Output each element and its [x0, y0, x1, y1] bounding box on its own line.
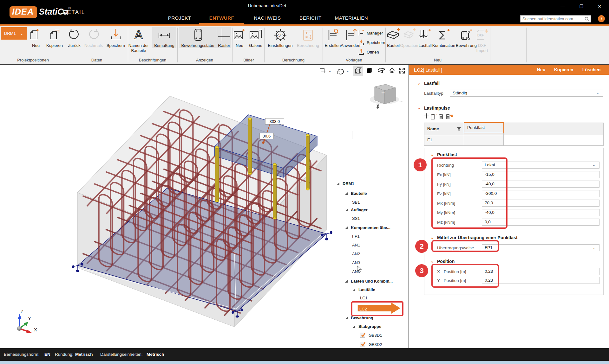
- ribbon-item-bewehrungsstaebe[interactable]: Bewehrungsstäbe: [179, 27, 217, 48]
- tab-entwurf[interactable]: ENTWURF: [209, 15, 234, 21]
- section-collapse-icon[interactable]: ⌄: [430, 259, 434, 264]
- tree-item-stabgruppe[interactable]: Stabgruppe: [353, 323, 381, 330]
- tab-projekt[interactable]: PROJEKT: [168, 15, 191, 21]
- expand-triangle-icon[interactable]: [345, 280, 348, 283]
- tree-item-an2[interactable]: AN2: [352, 251, 360, 257]
- ribbon-item-berechnung[interactable]: Berechnung: [296, 27, 320, 48]
- close-button[interactable]: ✕: [595, 3, 604, 10]
- ribbon-item-speichern[interactable]: Speichern: [105, 27, 127, 48]
- tree-item-lastfaelle[interactable]: Lastfälle: [353, 287, 375, 293]
- expand-triangle-icon[interactable]: [345, 192, 348, 195]
- lastfalltyp-select[interactable]: Ständig⌄: [450, 90, 603, 97]
- section-collapse-icon[interactable]: ⌄: [417, 105, 421, 110]
- group-label-berechnung: Berechnung: [282, 58, 304, 62]
- tree-item-gb3d1[interactable]: GB3D1: [360, 332, 382, 339]
- tree-item-bauteile[interactable]: Bauteile: [345, 190, 367, 197]
- minimize-button[interactable]: —: [558, 3, 567, 10]
- tab-materialien[interactable]: MATERIALIEN: [335, 15, 368, 21]
- clip-view-icon[interactable]: [318, 67, 327, 75]
- ribbon-item-bemassung[interactable]: Bemaßung: [152, 27, 176, 48]
- tree-item-drm1[interactable]: DRM1: [337, 181, 354, 187]
- ribbon-item-manager[interactable]: Manager: [358, 29, 383, 37]
- maximize-button[interactable]: ❐: [577, 3, 586, 10]
- expand-triangle-icon[interactable]: [345, 209, 348, 211]
- rotate-dropdown-chevron[interactable]: ⌄: [345, 68, 350, 73]
- section-collapse-icon[interactable]: ⌄: [430, 235, 434, 240]
- fullscreen-icon[interactable]: [397, 67, 406, 75]
- ribbon-item-neu[interactable]: Neu: [28, 27, 44, 48]
- search-input[interactable]: [522, 16, 583, 22]
- expand-triangle-icon[interactable]: [353, 289, 355, 291]
- ribbon-item-oeffnen[interactable]: Öffnen: [358, 48, 379, 56]
- xpos-input[interactable]: 0,23: [482, 268, 599, 275]
- navigation-cube[interactable]: +Y: [365, 74, 406, 109]
- norm-value: EN: [44, 352, 50, 357]
- tree-item-fp1[interactable]: FP1: [352, 233, 360, 239]
- ribbon-item-kombination[interactable]: Kombination: [431, 27, 457, 48]
- tree-item-sb1[interactable]: SB1: [352, 199, 360, 206]
- ribbon-item-nochmals[interactable]: Nochmals: [82, 27, 105, 48]
- tree-item-gb3d2[interactable]: GB3D2: [360, 342, 382, 348]
- table-data-row[interactable]: F1 Punktlast: [424, 135, 604, 146]
- tree-item-auflager[interactable]: Auflager: [345, 207, 368, 213]
- solid-view-icon[interactable]: [365, 67, 374, 75]
- section-collapse-icon[interactable]: ⌄: [417, 81, 421, 86]
- panel-header: LC2 [ Lastfall ] Neu Kopieren Löschen: [409, 65, 609, 75]
- ribbon-item-raster[interactable]: Raster: [217, 27, 231, 48]
- clip-dropdown-chevron[interactable]: ⌄: [328, 68, 332, 73]
- tree-item-lasten[interactable]: Lasten und Kombin...: [345, 278, 393, 284]
- selected-cell-punktlast[interactable]: Punktlast: [464, 122, 504, 133]
- axis-y-label: Y: [28, 316, 31, 321]
- expand-triangle-icon[interactable]: [353, 325, 355, 328]
- ribbon-item-bild-neu[interactable]: Neu: [233, 27, 246, 48]
- expand-triangle-icon[interactable]: [345, 227, 348, 229]
- ribbon-item-namen-der-bauteile[interactable]: A Namen derBauteile: [128, 27, 149, 53]
- tab-bericht[interactable]: BERICHT: [299, 15, 321, 21]
- checkbox-checked-icon[interactable]: [360, 333, 365, 338]
- ypos-input[interactable]: 0,23: [482, 277, 599, 284]
- norm-label: Bemessungsnorm:: [4, 352, 40, 357]
- grid-axes-icon: [217, 27, 231, 43]
- expand-triangle-icon[interactable]: [337, 182, 339, 185]
- tree-item-ss1[interactable]: SS1: [352, 215, 360, 222]
- tree-item-an1[interactable]: AN1: [352, 242, 360, 248]
- new-document-icon: [28, 27, 44, 43]
- ribbon-item-zurueck[interactable]: Zurück: [66, 27, 83, 48]
- tree-item-komponenten[interactable]: Komponenten übe...: [345, 225, 390, 231]
- group-separator: [526, 28, 527, 62]
- group-separator: [264, 28, 265, 62]
- expand-triangle-icon[interactable]: [345, 317, 348, 319]
- ribbon-item-galerie[interactable]: Galerie: [247, 27, 264, 48]
- tree-item-an3[interactable]: AN3: [352, 260, 360, 266]
- filter-icon[interactable]: [457, 127, 461, 131]
- ribbon-item-vorlage-speichern[interactable]: Speichern: [358, 38, 385, 47]
- panel-copy-button[interactable]: Kopieren: [554, 67, 573, 72]
- properties-panel: LC2 [ Lastfall ] Neu Kopieren Löschen ⌄ …: [409, 65, 609, 348]
- group-separator: [323, 28, 323, 62]
- settings-gear-icon: </>: [267, 27, 294, 43]
- ribbon-item-erstellen[interactable]: Erstellen: [323, 27, 342, 48]
- panel-new-button[interactable]: Neu: [537, 67, 545, 72]
- group-label-beschriftungen: Beschriftungen: [139, 58, 167, 62]
- tree-item-lc1[interactable]: LC1: [360, 295, 368, 301]
- home-view-icon[interactable]: [388, 66, 396, 74]
- rotate-view-icon[interactable]: [336, 67, 345, 75]
- section-view-icon[interactable]: [377, 67, 386, 75]
- search-box[interactable]: [520, 15, 591, 22]
- panel-delete-button[interactable]: Löschen: [582, 67, 601, 72]
- project-position-dropdown[interactable]: DRM1⌄: [1, 27, 27, 40]
- ribbon-item-dxf-import[interactable]: DXF DXFImport: [473, 27, 491, 53]
- wireframe-view-icon[interactable]: [353, 66, 363, 76]
- section-collapse-icon[interactable]: ⌄: [430, 152, 434, 157]
- tree-item-bewehrung[interactable]: Bewehrung: [345, 315, 373, 321]
- viewport-3d[interactable]: ⌄ ⌄ +Y DRM1 Bauteile SB1 Auflager SS1 Ko…: [0, 65, 408, 348]
- group-label-anzeigen: Anzeigen: [196, 58, 213, 62]
- window-title: Unbenannt.ideaDet: [235, 3, 299, 8]
- ribbon-item-kopieren[interactable]: Kopieren: [44, 27, 65, 48]
- checkbox-checked-icon[interactable]: [360, 342, 365, 347]
- uebertragungsweise-select[interactable]: FP1⌄: [482, 244, 599, 251]
- tab-nachweis[interactable]: NACHWEIS: [254, 15, 281, 21]
- ribbon-item-operation[interactable]: Operation: [399, 27, 419, 48]
- info-button[interactable]: i: [598, 15, 605, 22]
- ribbon-item-einstellungen[interactable]: </> Einstellungen: [267, 27, 294, 48]
